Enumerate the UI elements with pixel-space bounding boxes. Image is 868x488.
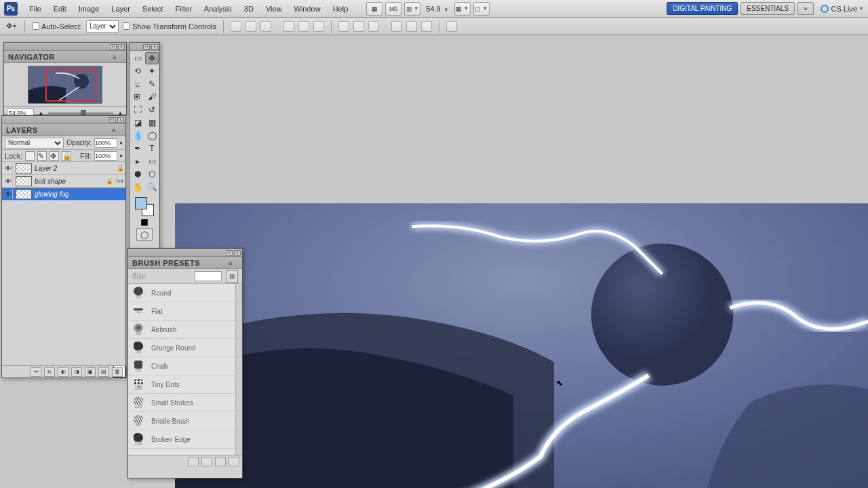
menu-filter[interactable]: Filter — [169, 2, 197, 16]
panel-close-icon[interactable]: × — [117, 117, 124, 123]
layer-name[interactable]: Layer 2 — [35, 165, 114, 172]
crop-tool-icon[interactable]: ⟀ — [131, 78, 144, 90]
distribute-vcenter-icon[interactable] — [353, 21, 364, 32]
fill-input[interactable] — [94, 151, 117, 161]
layer-thumbnail[interactable] — [16, 189, 32, 199]
layer-fx-icon[interactable]: fx — [44, 367, 55, 377]
stamp-tool-icon[interactable]: ⛶ — [131, 104, 144, 116]
lasso-tool-icon[interactable]: ⟲ — [131, 65, 144, 77]
canvas[interactable] — [175, 203, 868, 488]
align-bottom-icon[interactable] — [260, 21, 271, 32]
blur-tool-icon[interactable]: 💧 — [131, 129, 144, 142]
menu-select[interactable]: Select — [136, 2, 170, 16]
brush-preset-row[interactable]: 50Grunge Round — [128, 339, 242, 357]
visibility-toggle-icon[interactable]: 👁 — [3, 163, 13, 173]
panel-menu-icon[interactable]: ≡ — [112, 127, 121, 134]
new-brush-icon[interactable] — [215, 457, 226, 466]
zoom-level[interactable]: 54.9 ▼ — [426, 5, 449, 13]
opacity-flyout-icon[interactable]: ▸ — [120, 140, 123, 146]
delete-brush-icon[interactable] — [229, 457, 239, 466]
delete-layer-icon[interactable]: 🗑 — [112, 367, 123, 377]
brush-preset-row[interactable]: 90Bristle Brush — [128, 412, 242, 430]
brush-preset-row[interactable]: 100Broken Edge — [128, 430, 242, 449]
gradient-tool-icon[interactable]: ▦ — [145, 117, 159, 129]
new-layer-icon[interactable]: ▤ — [98, 367, 109, 377]
distribute-top-icon[interactable] — [338, 21, 349, 32]
layer-thumbnail[interactable] — [16, 176, 32, 186]
layer-row[interactable]: 👁 Layer 2🔒 — [2, 162, 125, 175]
layer-thumbnail[interactable] — [16, 163, 32, 174]
layer-row[interactable]: 👁 bolt shape🔒fx▾ — [2, 175, 125, 188]
fx-icon[interactable]: fx▾ — [116, 178, 124, 184]
lock-position-icon[interactable]: ✥ — [50, 151, 59, 161]
brush-toggle-icon[interactable]: ⊞ — [226, 270, 238, 283]
eyedrop-tool-icon[interactable]: ✎ — [145, 78, 159, 90]
brush-preset-row[interactable]: 50Airbrush — [128, 321, 242, 339]
menu-image[interactable]: Image — [73, 2, 106, 16]
panel-collapse-icon[interactable]: ‹‹ — [143, 44, 150, 49]
menu-layer[interactable]: Layer — [105, 2, 136, 16]
distribute-right-icon[interactable] — [421, 21, 432, 32]
brush-preset-row[interactable]: 50Chalk — [128, 357, 242, 375]
quick-mask-icon[interactable]: ◯ — [136, 228, 153, 241]
visibility-toggle-icon[interactable]: 👁 — [3, 176, 13, 186]
hand-tool-icon[interactable]: ✋ — [131, 181, 144, 193]
panel-collapse-icon[interactable]: ‹‹ — [109, 117, 116, 123]
workspace-digital-painting[interactable]: DIGITAL PAINTING — [667, 2, 738, 15]
panel-close-icon[interactable]: × — [118, 44, 125, 49]
align-hcenter-icon[interactable] — [298, 21, 309, 32]
lock-transparency-icon[interactable] — [25, 151, 35, 161]
type-tool-icon[interactable]: T — [145, 142, 159, 155]
align-vcenter-icon[interactable] — [245, 21, 256, 32]
brush-preset-row[interactable]: 150Tiny Dots — [128, 375, 242, 394]
menu-analysis[interactable]: Analysis — [198, 2, 238, 16]
brush-tool-icon[interactable]: 🖌 — [145, 91, 159, 103]
menu-3d[interactable]: 3D — [238, 2, 260, 16]
eraser-tool-icon[interactable]: ◪ — [131, 117, 144, 129]
auto-select-dropdown[interactable]: Layer — [86, 20, 119, 33]
color-swatches[interactable] — [135, 197, 154, 216]
brush-preset-row[interactable]: 70Round — [128, 284, 242, 302]
panel-menu-icon[interactable]: ≡ — [229, 260, 238, 266]
workspace-essentials[interactable]: ESSENTIALS — [741, 2, 795, 15]
default-colors-icon[interactable] — [141, 219, 148, 226]
align-left-icon[interactable] — [283, 21, 294, 32]
layer-name[interactable]: glowing fog — [35, 190, 124, 198]
brush-preset-row[interactable]: 50Flat — [128, 302, 242, 321]
distribute-hcenter-icon[interactable] — [406, 21, 417, 32]
move-tool-icon[interactable]: ✥ — [145, 52, 159, 64]
link-layers-icon[interactable]: ⚯ — [31, 367, 41, 377]
auto-align-icon[interactable] — [446, 21, 457, 32]
panel-collapse-icon[interactable]: ‹‹ — [226, 250, 233, 256]
new-group-icon[interactable]: ▣ — [85, 367, 96, 377]
blend-mode-dropdown[interactable]: Normal — [5, 138, 64, 148]
layer-name[interactable]: bolt shape — [35, 178, 103, 185]
arrange-docs-icon[interactable]: ▦▼ — [454, 2, 471, 16]
launch-bridge-icon[interactable]: ▦ — [366, 2, 382, 16]
zoom-tool-icon[interactable]: 🔍 — [145, 181, 159, 193]
dodge-tool-icon[interactable]: ◯ — [145, 129, 159, 142]
panel-close-icon[interactable]: × — [151, 44, 158, 49]
brush-size-input[interactable] — [195, 271, 222, 281]
workspace-more[interactable]: » — [797, 2, 814, 15]
lock-pixels-icon[interactable]: ✎ — [37, 151, 47, 161]
panel-close-icon[interactable]: × — [234, 250, 241, 256]
navigator-viewport[interactable] — [45, 69, 96, 102]
layer-mask-icon[interactable]: ◐ — [58, 367, 68, 377]
panel-menu-icon[interactable]: ≡ — [113, 54, 122, 60]
menu-view[interactable]: View — [260, 2, 288, 16]
lock-all-icon[interactable]: 🔒 — [62, 151, 71, 161]
show-transform-checkbox[interactable]: Show Transform Controls — [123, 22, 216, 30]
auto-select-checkbox[interactable]: Auto-Select: — [32, 22, 82, 30]
menu-window[interactable]: Window — [288, 2, 327, 16]
align-right-icon[interactable] — [313, 21, 324, 32]
navigator-thumbnail[interactable] — [28, 66, 102, 104]
view-extras-icon[interactable]: ▥▼ — [404, 2, 420, 16]
marquee-tool-icon[interactable]: ▭ — [131, 52, 144, 64]
menu-help[interactable]: Help — [327, 2, 355, 16]
launch-minibridge-icon[interactable]: Mb — [385, 2, 401, 16]
brush-preset-row[interactable]: 125Small Strokes — [128, 394, 242, 412]
foreground-color-swatch[interactable] — [135, 197, 147, 209]
menu-file[interactable]: File — [23, 2, 47, 16]
3d-camera-tool-icon[interactable]: ⬡ — [145, 168, 159, 180]
